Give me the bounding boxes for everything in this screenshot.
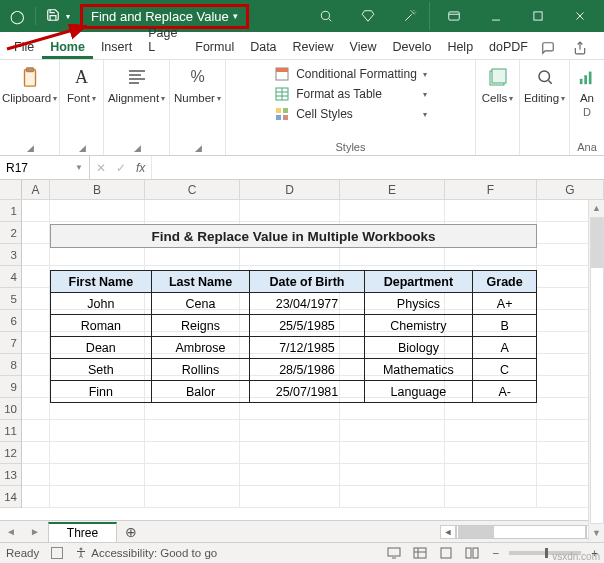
col-header-b[interactable]: B [50,180,145,199]
alignment-group-label: Alignment [108,92,159,104]
col-header-c[interactable]: C [145,180,240,199]
row-header[interactable]: 12 [0,442,21,464]
row-header[interactable]: 9 [0,376,21,398]
font-button[interactable]: A Font▾ [67,64,96,104]
col-header-d[interactable]: D [240,180,340,199]
row-header[interactable]: 13 [0,464,21,486]
hscroll-left-icon[interactable]: ◄ [440,525,456,539]
col-header-e[interactable]: E [340,180,445,199]
tab-file[interactable]: File [6,34,42,59]
svg-line-29 [548,80,551,83]
number-launcher-icon[interactable]: ◢ [195,143,202,153]
autosave-off-icon[interactable]: ◯ [10,9,25,24]
table-row[interactable]: RomanReigns25/5/1985ChemistryB [51,315,537,337]
tab-formulas[interactable]: Formul [187,34,242,59]
tab-insert[interactable]: Insert [93,34,140,59]
row-header[interactable]: 6 [0,310,21,332]
tab-developer[interactable]: Develo [384,34,439,59]
enter-formula-icon[interactable]: ✓ [116,161,126,175]
alignment-launcher-icon[interactable]: ◢ [134,143,141,153]
col-header-g[interactable]: G [537,180,604,199]
tab-view[interactable]: View [342,34,385,59]
editing-button[interactable]: Editing▾ [524,64,565,104]
svg-rect-25 [283,115,288,120]
alignment-button[interactable]: Alignment▾ [108,64,165,104]
minimize-icon[interactable] [476,2,516,30]
ribbon-options-icon[interactable] [434,2,474,30]
sheet-nav-next-icon[interactable]: ► [24,526,48,537]
tab-dopdf[interactable]: doPDF [481,34,536,59]
tab-help[interactable]: Help [439,34,481,59]
row-headers: 1 2 3 4 5 6 7 8 9 10 11 12 13 14 [0,200,22,508]
row-header[interactable]: 11 [0,420,21,442]
tab-review[interactable]: Review [285,34,342,59]
tab-home[interactable]: Home [42,34,93,59]
search-icon[interactable] [306,2,346,30]
macro-record-icon[interactable] [51,547,63,559]
cells-button[interactable]: Cells▾ [482,64,514,104]
row-header[interactable]: 10 [0,398,21,420]
title-actions [306,2,600,30]
sheet-tab-three[interactable]: Three [48,522,117,542]
diamond-icon[interactable] [348,2,388,30]
table-row[interactable]: SethRollins28/5/1986MathematicsC [51,359,537,381]
row-header[interactable]: 2 [0,222,21,244]
row-header[interactable]: 7 [0,332,21,354]
zoom-out-button[interactable]: − [493,547,500,559]
scroll-up-icon[interactable]: ▲ [592,200,601,216]
th-department: Department [364,271,473,293]
column-headers: A B C D E F G [0,180,604,200]
svg-line-1 [329,19,332,22]
wand-icon[interactable] [390,2,430,30]
format-as-table-button[interactable]: Format as Table▾ [274,84,427,104]
horizontal-scrollbar[interactable]: ◄ ► [145,525,604,539]
svg-point-28 [539,71,550,82]
insert-function-icon[interactable]: fx [136,161,145,175]
table-row[interactable]: JohnCena23/04/1977PhysicsA+ [51,293,537,315]
svg-rect-41 [473,548,478,558]
view-normal-icon[interactable] [409,545,431,561]
view-page-layout-icon[interactable] [435,545,457,561]
row-header[interactable]: 14 [0,486,21,508]
clipboard-launcher-icon[interactable]: ◢ [27,143,34,153]
vertical-scrollbar[interactable]: ▲ ▼ [588,200,604,541]
cell-styles-button[interactable]: Cell Styles▾ [274,104,427,124]
view-page-break-icon[interactable] [461,545,483,561]
ribbon-tabs: File Home Insert Page L Formul Data Revi… [0,32,604,60]
select-all-corner[interactable] [0,180,22,199]
col-header-f[interactable]: F [445,180,537,199]
qat-dropdown-icon[interactable]: ▾ [66,12,70,21]
name-box-dropdown-icon[interactable]: ▼ [75,163,83,172]
cancel-formula-icon[interactable]: ✕ [96,161,106,175]
col-header-a[interactable]: A [22,180,50,199]
tab-page-layout[interactable]: Page L [140,20,187,59]
number-button[interactable]: % Number▾ [174,64,221,104]
tab-data[interactable]: Data [242,34,284,59]
maximize-icon[interactable] [518,2,558,30]
row-header[interactable]: 8 [0,354,21,376]
row-header[interactable]: 1 [0,200,21,222]
accessibility-status[interactable]: Accessibility: Good to go [75,547,217,559]
table-row[interactable]: DeanAmbrose7/12/1985BiologyA [51,337,537,359]
close-icon[interactable] [560,2,600,30]
new-sheet-button[interactable]: ⊕ [117,524,145,540]
hscroll-thumb[interactable] [458,526,494,538]
row-header[interactable]: 3 [0,244,21,266]
save-icon[interactable] [46,8,60,25]
display-settings-icon[interactable] [383,545,405,561]
vscroll-thumb[interactable] [591,218,603,268]
paste-button[interactable]: Clipboard▾ [2,64,57,104]
comments-icon[interactable] [536,37,560,59]
row-header[interactable]: 4 [0,266,21,288]
scroll-down-icon[interactable]: ▼ [592,525,601,541]
sheet-nav-prev-icon[interactable]: ◄ [0,526,24,537]
worksheet-grid[interactable]: A B C D E F G 1 2 3 4 5 6 7 8 9 10 11 12… [0,180,604,520]
conditional-formatting-button[interactable]: Conditional Formatting▾ [274,64,427,84]
name-box-value: R17 [6,161,28,175]
share-icon[interactable] [568,37,592,59]
table-row[interactable]: FinnBalor25/07/1981LanguageA- [51,381,537,403]
row-header[interactable]: 5 [0,288,21,310]
name-box[interactable]: R17 ▼ [0,156,90,179]
analyze-data-button[interactable]: An D [573,64,601,118]
font-launcher-icon[interactable]: ◢ [79,143,86,153]
